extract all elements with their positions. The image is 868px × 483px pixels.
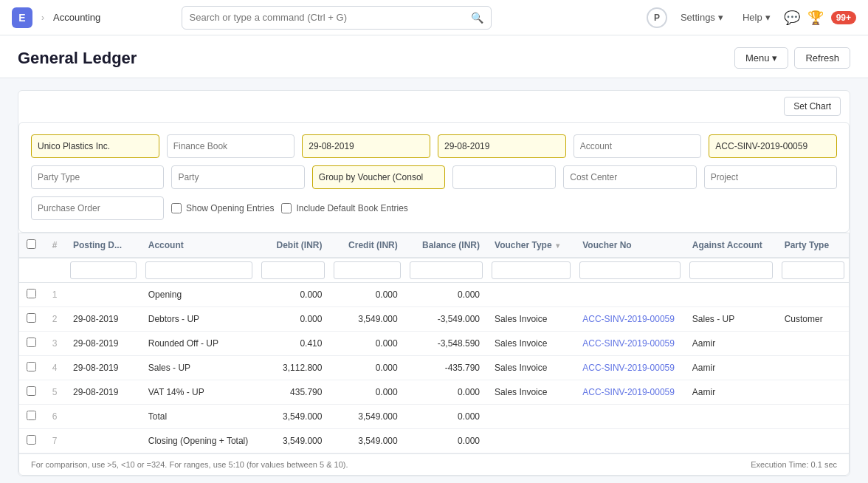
row-checkbox[interactable]	[27, 362, 36, 371]
row-voucher-type	[487, 429, 575, 453]
filter-balance-cell[interactable]	[405, 258, 487, 283]
row-checkbox-cell[interactable]	[19, 405, 44, 429]
filter-party-type-cell[interactable]	[777, 258, 849, 283]
row-party-type	[777, 429, 849, 453]
extra-filter[interactable]	[452, 165, 556, 189]
row-posting-date	[66, 405, 141, 429]
credit-filter-input[interactable]	[334, 261, 400, 279]
row-checkbox-cell[interactable]	[19, 429, 44, 453]
row-debit: 0.000	[257, 307, 330, 332]
filter-debit-cell[interactable]	[257, 258, 330, 283]
main: Set Chart	[0, 78, 868, 483]
account-filter[interactable]	[574, 134, 702, 158]
select-all-checkbox[interactable]	[27, 239, 36, 249]
search-bar[interactable]: 🔍	[182, 6, 492, 30]
to-date-filter[interactable]	[438, 134, 566, 158]
purchase-order-filter[interactable]	[31, 196, 164, 220]
filter-posting-date-cell[interactable]	[66, 258, 141, 283]
col-voucher-type-header[interactable]: Voucher Type ▾	[487, 233, 575, 258]
col-num-header: #	[44, 233, 66, 258]
debit-filter-input[interactable]	[261, 261, 326, 279]
row-num: 5	[44, 380, 66, 405]
row-account: Total	[141, 405, 257, 429]
row-balance: 0.000	[405, 405, 487, 429]
project-filter[interactable]	[704, 165, 837, 189]
filter-voucher-no-cell[interactable]	[575, 258, 685, 283]
col-against-account-header[interactable]: Against Account	[685, 233, 777, 258]
row-against-account	[685, 283, 777, 307]
filter-row-3: Show Opening Entries Include Default Boo…	[31, 196, 837, 220]
filter-account-cell[interactable]	[141, 258, 257, 283]
balance-filter-input[interactable]	[410, 261, 483, 279]
col-balance-header[interactable]: Balance (INR)	[405, 233, 487, 258]
settings-button[interactable]: Settings ▾	[675, 9, 729, 26]
col-account-header[interactable]: Account	[141, 233, 257, 258]
row-account: Rounded Off - UP	[141, 332, 257, 356]
select-all-header[interactable]	[19, 233, 44, 258]
refresh-button[interactable]: Refresh	[794, 47, 850, 69]
include-default-book-input[interactable]	[281, 203, 292, 213]
ledger-table: # Posting D... Account Debit (INR) Credi…	[19, 233, 849, 453]
row-checkbox-cell[interactable]	[19, 307, 44, 332]
from-date-filter[interactable]	[302, 134, 430, 158]
row-credit: 0.000	[329, 332, 404, 356]
row-voucher-type	[487, 405, 575, 429]
row-checkbox-cell[interactable]	[19, 356, 44, 380]
party-type-filter[interactable]	[31, 165, 164, 189]
row-num: 1	[44, 283, 66, 307]
notification-badge[interactable]: 99+	[831, 11, 856, 24]
row-checkbox[interactable]	[27, 411, 36, 420]
party-type-filter-input[interactable]	[782, 261, 844, 279]
row-checkbox[interactable]	[27, 435, 36, 445]
row-checkbox-cell[interactable]	[19, 332, 44, 356]
table-body: 1 Opening 0.000 0.000 0.000 2 29-08-2019…	[19, 283, 849, 453]
group-by-filter[interactable]	[312, 165, 445, 189]
finance-book-filter[interactable]	[167, 134, 295, 158]
filter-credit-cell[interactable]	[329, 258, 404, 283]
set-chart-button[interactable]: Set Chart	[784, 97, 841, 116]
cost-center-filter[interactable]	[563, 165, 696, 189]
voucher-no-filter-input[interactable]	[579, 261, 681, 279]
row-checkbox[interactable]	[27, 313, 36, 323]
col-posting-date-header[interactable]: Posting D...	[66, 233, 141, 258]
company-filter[interactable]	[31, 134, 159, 158]
row-debit: 3,549.000	[257, 405, 330, 429]
voucher-type-filter-input[interactable]	[492, 261, 571, 279]
row-checkbox[interactable]	[27, 289, 36, 298]
sort-icon: ▾	[556, 242, 559, 250]
row-num: 4	[44, 356, 66, 380]
filter-voucher-type-cell[interactable]	[487, 258, 575, 283]
filter-row-1	[31, 134, 837, 158]
col-debit-header[interactable]: Debit (INR)	[257, 233, 330, 258]
row-num: 6	[44, 405, 66, 429]
row-account: Debtors - UP	[141, 307, 257, 332]
party-filter[interactable]	[171, 165, 304, 189]
against-account-filter-input[interactable]	[689, 261, 773, 279]
col-voucher-no-header[interactable]: Voucher No	[575, 233, 685, 258]
row-checkbox[interactable]	[27, 386, 36, 396]
col-party-type-header[interactable]: Party Type	[777, 233, 849, 258]
help-button[interactable]: Help ▾	[737, 9, 776, 26]
row-checkbox[interactable]	[27, 338, 36, 347]
nav-module: Accounting	[53, 12, 100, 23]
show-opening-entries-checkbox[interactable]: Show Opening Entries	[171, 203, 274, 213]
include-default-book-checkbox[interactable]: Include Default Book Entries	[281, 203, 407, 213]
row-against-account: Aamir	[685, 332, 777, 356]
search-icon: 🔍	[471, 12, 483, 24]
row-balance: 0.000	[405, 429, 487, 453]
row-voucher-no: ACC-SINV-2019-00059	[575, 332, 685, 356]
posting-date-filter-input[interactable]	[70, 261, 137, 279]
search-input[interactable]	[190, 12, 471, 23]
account-value-filter[interactable]	[709, 134, 837, 158]
show-opening-entries-input[interactable]	[171, 203, 182, 213]
filter-against-account-cell[interactable]	[685, 258, 777, 283]
account-table-filter-input[interactable]	[145, 261, 252, 279]
row-checkbox-cell[interactable]	[19, 380, 44, 405]
table-row: 6 Total 3,549.000 3,549.000 0.000	[19, 405, 849, 429]
menu-button[interactable]: Menu ▾	[734, 47, 789, 69]
chat-icon: 💬	[784, 10, 800, 26]
col-credit-header[interactable]: Credit (INR)	[329, 233, 404, 258]
panel-wrapper: Set Chart	[18, 90, 850, 476]
row-party-type	[777, 356, 849, 380]
row-checkbox-cell[interactable]	[19, 283, 44, 307]
